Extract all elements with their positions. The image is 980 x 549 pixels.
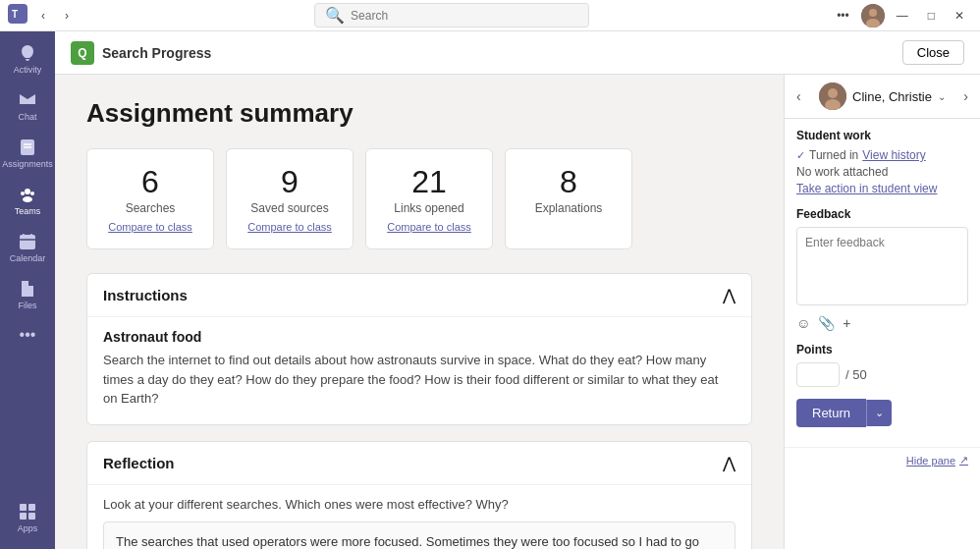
sidebar-item-chat[interactable]: Chat	[0, 82, 55, 130]
user-avatar	[861, 4, 885, 27]
student-info: Cline, Christie ⌄	[819, 82, 946, 110]
no-work-text: No work attached	[796, 165, 968, 179]
sidebar-item-files-label: Files	[18, 301, 36, 310]
reflection-prompt: Look at your different searches. Which o…	[103, 497, 735, 512]
svg-rect-12	[20, 235, 35, 249]
sidebar-item-teams-label: Teams	[15, 206, 41, 216]
sidebar-item-files[interactable]: Files	[0, 271, 55, 318]
svg-point-11	[23, 196, 32, 202]
reflection-content: Look at your different searches. Which o…	[87, 484, 751, 549]
search-icon: 🔍	[325, 6, 345, 25]
stat-label-saved: Saved sources	[250, 201, 328, 215]
sidebar-item-teams[interactable]: Teams	[0, 177, 55, 224]
search-input[interactable]	[351, 9, 567, 23]
points-input[interactable]	[796, 362, 840, 387]
stat-card-saved: 9 Saved sources Compare to class	[226, 148, 354, 249]
sidebar-item-activity[interactable]: Activity	[0, 35, 55, 82]
minimize-button[interactable]: —	[889, 5, 916, 27]
instructions-content: Astronaut food Search the internet to fi…	[87, 316, 751, 424]
right-panel-body: Student work ✓ Turned in View history No…	[785, 119, 980, 447]
action-link[interactable]: Take action in student view	[796, 182, 968, 195]
instructions-title: Instructions	[103, 287, 188, 303]
instruction-text: Search the internet to find out details …	[103, 351, 735, 409]
instructions-chevron: ⋀	[723, 286, 735, 304]
feedback-attachment-button[interactable]: 📎	[818, 315, 835, 331]
turned-in-text: Turned in	[809, 148, 858, 162]
reflection-title: Reflection	[103, 455, 175, 471]
return-row: Return ⌄	[796, 399, 968, 427]
close-button[interactable]: Close	[902, 40, 964, 65]
svg-rect-19	[28, 513, 35, 520]
next-student-button[interactable]: ›	[959, 86, 972, 106]
hide-pane-icon: ↗	[959, 454, 968, 467]
svg-point-3	[869, 9, 877, 17]
sidebar: Activity Chat Assignments Teams Calendar…	[0, 31, 55, 549]
student-work-label: Student work	[796, 129, 968, 142]
feedback-add-button[interactable]: +	[843, 315, 850, 331]
forward-button[interactable]: ›	[59, 7, 75, 25]
instruction-title: Astronaut food	[103, 329, 735, 345]
sidebar-item-apps-label: Apps	[18, 523, 38, 533]
search-bar: 🔍	[314, 3, 589, 27]
return-button[interactable]: Return	[796, 399, 866, 427]
reflection-header[interactable]: Reflection ⋀	[87, 442, 751, 484]
sidebar-item-calendar[interactable]: Calendar	[0, 224, 55, 271]
reflection-section: Reflection ⋀ Look at your different sear…	[86, 441, 752, 549]
student-avatar	[819, 82, 846, 110]
svg-rect-17	[28, 504, 35, 511]
stats-row: 6 Searches Compare to class 9 Saved sour…	[86, 148, 752, 249]
prev-student-button[interactable]: ‹	[792, 86, 805, 106]
svg-point-9	[21, 192, 25, 195]
check-icon: ✓	[796, 149, 805, 162]
main-content: Assignment summary 6 Searches Compare to…	[55, 75, 784, 549]
points-total: / 50	[845, 367, 867, 382]
stat-number-searches: 6	[141, 165, 159, 199]
stat-compare-saved[interactable]: Compare to class	[247, 221, 332, 233]
svg-point-21	[828, 88, 838, 98]
instructions-header[interactable]: Instructions ⋀	[87, 274, 751, 316]
back-button[interactable]: ‹	[35, 7, 51, 25]
svg-point-10	[30, 192, 34, 195]
turned-in-item: ✓ Turned in View history	[796, 148, 968, 162]
sidebar-item-activity-label: Activity	[14, 65, 42, 75]
stat-card-explanations: 8 Explanations	[505, 148, 632, 249]
right-panel-nav: ‹ Cline, Christie ⌄ ›	[785, 75, 980, 119]
page-title: Assignment summary	[86, 98, 752, 129]
stat-label-searches: Searches	[126, 201, 176, 215]
close-window-button[interactable]: ✕	[947, 5, 972, 27]
sidebar-item-assignments[interactable]: Assignments	[0, 130, 55, 177]
sidebar-item-calendar-label: Calendar	[10, 253, 46, 263]
right-panel: ‹ Cline, Christie ⌄ ›	[784, 75, 980, 549]
points-section: Points / 50	[796, 343, 968, 387]
reflection-chevron: ⋀	[723, 454, 735, 472]
stat-compare-links[interactable]: Compare to class	[387, 221, 471, 233]
stat-number-explanations: 8	[560, 165, 577, 199]
svg-point-8	[25, 189, 30, 194]
sidebar-item-apps[interactable]: Apps	[18, 494, 38, 541]
more-options-button[interactable]: •••	[829, 5, 857, 27]
svg-rect-16	[20, 504, 27, 511]
stat-label-links: Links opened	[394, 201, 463, 215]
app-icon: Q	[71, 41, 94, 65]
points-label: Points	[796, 343, 968, 357]
points-row: / 50	[796, 362, 968, 387]
sidebar-item-assignments-label: Assignments	[2, 159, 53, 169]
feedback-emoji-button[interactable]: ☺	[796, 315, 810, 331]
feedback-textarea[interactable]	[796, 227, 968, 305]
svg-text:T: T	[12, 9, 18, 20]
sidebar-item-chat-label: Chat	[18, 112, 36, 122]
stat-compare-searches[interactable]: Compare to class	[108, 221, 192, 233]
sidebar-more-button[interactable]: •••	[20, 318, 36, 352]
feedback-actions: ☺ 📎 +	[796, 315, 968, 331]
stat-label-explanations: Explanations	[535, 201, 603, 215]
return-dropdown-button[interactable]: ⌄	[866, 400, 892, 426]
app-bar: Q Search Progress Close	[55, 31, 980, 75]
stat-number-links: 21	[411, 165, 447, 199]
student-name: Cline, Christie	[852, 89, 932, 104]
svg-rect-18	[20, 513, 27, 520]
student-dropdown-icon[interactable]: ⌄	[938, 91, 946, 102]
restore-button[interactable]: □	[920, 5, 943, 27]
view-history-link[interactable]: View history	[862, 148, 925, 162]
stat-number-saved: 9	[281, 165, 299, 199]
hide-pane-button[interactable]: Hide pane ↗	[785, 447, 980, 472]
